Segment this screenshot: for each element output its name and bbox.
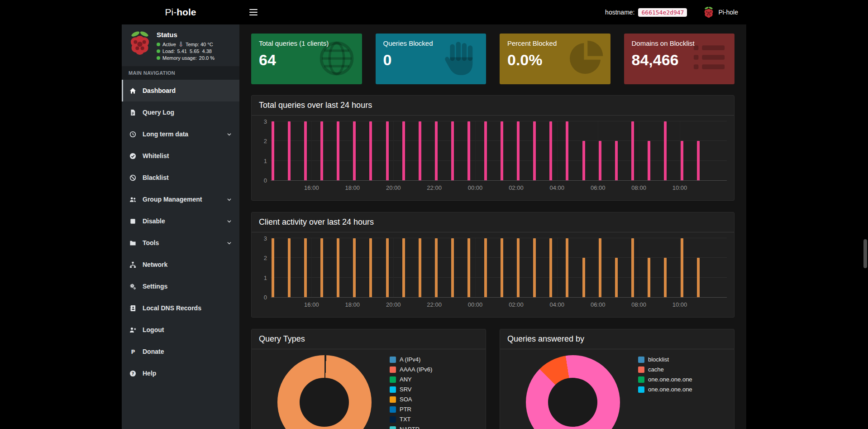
chart-bar bbox=[697, 258, 700, 297]
legend-swatch bbox=[390, 406, 396, 413]
legend-item-ptr[interactable]: PTR bbox=[390, 406, 478, 413]
sidebar-item-disable[interactable]: Disable bbox=[122, 210, 239, 232]
legend-item-blocklist[interactable]: blocklist bbox=[638, 356, 727, 363]
legend-item-naptr[interactable]: NAPTR bbox=[390, 426, 478, 429]
chart-bar bbox=[484, 238, 487, 297]
sidebar-item-dashboard[interactable]: Dashboard bbox=[122, 80, 239, 101]
x-tick-label: 16:00 bbox=[304, 184, 319, 191]
legend-label: blocklist bbox=[648, 356, 669, 363]
sidebar-item-whitelist[interactable]: Whitelist bbox=[122, 145, 239, 167]
stat-card-domains-on-blocklist[interactable]: Domains on Blocklist84,466 bbox=[624, 34, 735, 84]
legend-item-soa[interactable]: SOA bbox=[390, 396, 478, 403]
gridline bbox=[639, 238, 639, 297]
sidebar-item-tools[interactable]: Tools bbox=[122, 232, 239, 254]
x-tick-label: 16:00 bbox=[304, 301, 319, 308]
svg-text:P: P bbox=[131, 349, 135, 355]
main-content: Total queries (1 clients)64Queries Block… bbox=[239, 24, 746, 429]
legend-label: A (IPv4) bbox=[400, 356, 420, 363]
sidebar-section-label: MAIN NAVIGATION bbox=[122, 66, 239, 80]
legend-label: one.one.one.one bbox=[648, 386, 692, 393]
client-activity-body: 0123 16:0018:0020:0022:0000:0002:0004:00… bbox=[252, 232, 734, 317]
sidebar-item-settings[interactable]: Settings bbox=[122, 275, 239, 297]
legend-swatch bbox=[390, 396, 396, 403]
sidebar-item-local-dns-records[interactable]: Local DNS Records bbox=[122, 297, 239, 319]
chart-bar bbox=[435, 121, 438, 180]
sidebar-item-help[interactable]: ?Help bbox=[122, 362, 239, 384]
chart-bar bbox=[582, 258, 585, 297]
total-queries-body: 0123 16:0018:0020:0022:0000:0002:0004:00… bbox=[252, 116, 734, 200]
legend-item-cache[interactable]: cache bbox=[638, 366, 727, 373]
chart-bar bbox=[353, 121, 356, 180]
legend-item-any[interactable]: ANY bbox=[390, 376, 478, 383]
stat-card-value: 0.0% bbox=[507, 51, 603, 69]
sidebar-item-logout[interactable]: Logout bbox=[122, 319, 239, 341]
legend-label: AAAA (IPv6) bbox=[400, 366, 432, 373]
stat-card-percent-blocked[interactable]: Percent Blocked0.0% bbox=[500, 34, 610, 84]
menu-item-label: Whitelist bbox=[143, 152, 169, 159]
sidebar-item-long-term-data[interactable]: Long term data bbox=[122, 123, 239, 145]
svg-text:?: ? bbox=[132, 371, 134, 376]
network-icon bbox=[129, 261, 137, 268]
queries-answered-title: Queries answered by bbox=[500, 329, 734, 349]
chart-bar bbox=[402, 121, 405, 180]
brand-logo[interactable]: Pi-hole bbox=[122, 0, 239, 24]
y-tick-label: 3 bbox=[259, 235, 267, 242]
chart-bar bbox=[337, 238, 339, 297]
x-tick-label: 22:00 bbox=[427, 301, 442, 308]
x-tick-label: 08:00 bbox=[631, 301, 646, 308]
x-tick-label: 18:00 bbox=[345, 184, 360, 191]
legend-item-aaaa-ipv6[interactable]: AAAA (IPv6) bbox=[390, 366, 478, 373]
queries-answered-donut[interactable] bbox=[526, 355, 620, 429]
sidebar-item-query-log[interactable]: Query Log bbox=[122, 101, 239, 123]
chevron-down-icon bbox=[225, 218, 233, 224]
legend-item-one-one-one-one[interactable]: one.one.one.one bbox=[638, 376, 727, 383]
legend-item-a-ipv4[interactable]: A (IPv4) bbox=[390, 356, 478, 363]
sidebar-item-group-management[interactable]: Group Management bbox=[122, 188, 239, 210]
total-queries-chart[interactable]: 0123 16:0018:0020:0022:0000:0002:0004:00… bbox=[259, 121, 727, 194]
gridline bbox=[475, 238, 476, 297]
legend-item-one-one-one-one[interactable]: one.one.one.one bbox=[638, 386, 727, 393]
y-tick-label: 3 bbox=[259, 118, 267, 125]
chevron-down-icon bbox=[225, 240, 233, 246]
sidebar-item-donate[interactable]: PDonate bbox=[122, 341, 239, 362]
status-line: Memory usage:20.0 % bbox=[157, 55, 215, 61]
top-navbar: Pi-hole hostname: 666154e2d947 Pi-hole bbox=[122, 0, 746, 24]
chart-bar bbox=[467, 238, 470, 297]
legend-item-srv[interactable]: SRV bbox=[390, 386, 478, 393]
brand-bold: hole bbox=[176, 7, 196, 18]
legend-swatch bbox=[638, 376, 644, 383]
y-tick-label: 0 bbox=[259, 177, 267, 184]
y-tick-label: 0 bbox=[259, 294, 267, 301]
scrollbar-thumb[interactable] bbox=[863, 239, 867, 268]
navbar-product[interactable]: Pi-hole bbox=[703, 6, 738, 19]
raspberry-logo-icon bbox=[703, 6, 714, 19]
query-types-title: Query Types bbox=[252, 329, 486, 349]
thermometer-icon bbox=[178, 41, 183, 47]
stat-card-queries-blocked[interactable]: Queries Blocked0 bbox=[376, 34, 486, 84]
menu-item-label: Disable bbox=[143, 217, 165, 225]
menu-item-label: Network bbox=[143, 261, 167, 268]
query-types-donut[interactable] bbox=[277, 355, 372, 429]
menu-item-label: Settings bbox=[143, 283, 167, 290]
sidebar-item-network[interactable]: Network bbox=[122, 254, 239, 275]
page-scrollbar[interactable] bbox=[863, 0, 867, 429]
stat-card-total-queries-1-clients[interactable]: Total queries (1 clients)64 bbox=[251, 34, 362, 84]
client-activity-title: Client activity over last 24 hours bbox=[252, 212, 734, 232]
menu-item-label: Dashboard bbox=[143, 87, 176, 94]
x-tick-label: 20:00 bbox=[386, 301, 401, 308]
chart-bar bbox=[304, 238, 307, 297]
navbar-right: hostname: 666154e2d947 Pi-hole bbox=[605, 6, 738, 19]
chart-bar bbox=[664, 121, 667, 180]
client-activity-chart[interactable]: 0123 16:0018:0020:0022:0000:0002:0004:00… bbox=[259, 238, 727, 311]
legend-swatch bbox=[638, 386, 644, 393]
sidebar-toggle-button[interactable] bbox=[248, 6, 259, 18]
x-tick-label: 00:00 bbox=[468, 184, 483, 191]
sidebar-item-blacklist[interactable]: Blacklist bbox=[122, 167, 239, 188]
menu-item-label: Tools bbox=[143, 239, 159, 246]
chart-bar bbox=[272, 238, 274, 297]
menu-item-label: Donate bbox=[143, 348, 164, 355]
chart-bar bbox=[451, 238, 454, 297]
plot-area: 0123 bbox=[271, 121, 727, 181]
legend-item-txt[interactable]: TXT bbox=[390, 416, 478, 423]
chart-bar bbox=[664, 258, 667, 297]
